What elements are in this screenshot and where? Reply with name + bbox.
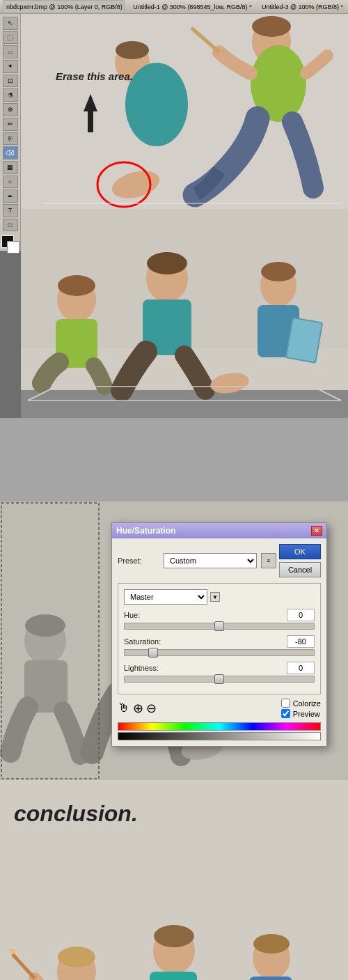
clone-tool-icon[interactable]: ⎘ bbox=[3, 132, 18, 146]
ok-button[interactable]: OK bbox=[279, 544, 321, 559]
dodge-tool-icon[interactable]: ○ bbox=[3, 176, 18, 189]
channel-box: Master ▼ Hue: Satu bbox=[118, 583, 321, 694]
pen-tool-icon[interactable]: ✒ bbox=[3, 189, 18, 203]
move-tool-icon[interactable]: ↖ bbox=[3, 17, 18, 30]
ps-toolbar: ↖ ⬚ ⌓ ✦ ⊡ ⚗ ⊕ ✏ ⎘ ⌫ ▦ ○ ✒ T □ bbox=[0, 14, 21, 251]
hue-label: Hue: bbox=[124, 611, 140, 619]
svg-point-56 bbox=[154, 925, 194, 947]
svg-point-25 bbox=[261, 262, 296, 281]
channel-select[interactable]: Master bbox=[124, 589, 207, 605]
dialog-title: Hue/Saturation bbox=[116, 526, 175, 536]
svg-point-18 bbox=[58, 275, 95, 296]
tab-3[interactable]: Untitled-3 @ 100% (RGB/8) * bbox=[259, 3, 345, 10]
eyedropper-icon-2[interactable]: ⊕ bbox=[133, 701, 143, 716]
lightness-value-input[interactable] bbox=[287, 662, 315, 674]
heal-tool-icon[interactable]: ⊕ bbox=[3, 103, 18, 116]
photo-1: Erase this area. bbox=[21, 14, 348, 209]
preview-row: Preview bbox=[281, 709, 321, 718]
hue-saturation-dialog: Hue/Saturation ✕ Preset: Custom ≡ OK bbox=[111, 522, 327, 747]
marquee-tool-icon[interactable]: ⬚ bbox=[3, 31, 18, 45]
svg-rect-57 bbox=[150, 972, 197, 980]
saturation-slider-track[interactable] bbox=[124, 649, 315, 656]
saturation-value-input[interactable] bbox=[287, 635, 315, 648]
hue-value-input[interactable] bbox=[287, 609, 315, 621]
lightness-label: Lightness: bbox=[124, 664, 159, 672]
conclusion-text: conclusion. bbox=[0, 780, 348, 834]
colorize-checkbox[interactable] bbox=[281, 699, 290, 708]
svg-point-51 bbox=[58, 947, 95, 967]
channel-dropdown-icon[interactable]: ▼ bbox=[210, 592, 220, 602]
svg-rect-32 bbox=[0, 418, 348, 501]
svg-rect-61 bbox=[249, 977, 292, 980]
preset-label: Preset: bbox=[118, 557, 159, 565]
ps-canvas-area: Erase this area. bbox=[21, 14, 348, 418]
eraser-tool-icon[interactable]: ⌫ bbox=[3, 146, 18, 160]
tab-1[interactable]: nbdcpxmr.bmp @ 100% (Layer 0, RGB/8) bbox=[3, 0, 125, 13]
svg-rect-12 bbox=[88, 111, 93, 132]
dialog-titlebar: Hue/Saturation ✕ bbox=[112, 523, 326, 538]
dialog-section: Hue/Saturation ✕ Preset: Custom ≡ OK bbox=[0, 501, 348, 780]
channel-select-row: Master ▼ bbox=[124, 589, 315, 605]
crop-tool-icon[interactable]: ⊡ bbox=[3, 75, 18, 88]
svg-point-9 bbox=[125, 63, 188, 146]
photoshop-workspace: nbdcpxmr.bmp @ 100% (Layer 0, RGB/8) Unt… bbox=[0, 0, 348, 418]
preview-label: Preview bbox=[293, 710, 320, 718]
dialog-bottom-row: 🖰 ⊕ ⊖ Colorize Preview bbox=[118, 699, 321, 718]
svg-text:Erase this area.: Erase this area. bbox=[56, 70, 133, 82]
shape-tool-icon[interactable]: □ bbox=[3, 219, 18, 232]
saturation-slider-thumb[interactable] bbox=[148, 648, 158, 658]
saturation-label: Saturation: bbox=[124, 637, 161, 646]
svg-point-36 bbox=[25, 614, 65, 637]
svg-point-21 bbox=[147, 252, 187, 274]
dialog-buttons: OK Cancel bbox=[279, 544, 321, 577]
preset-menu-icon[interactable]: ≡ bbox=[261, 553, 276, 568]
eyedropper-icon-3[interactable]: ⊖ bbox=[146, 701, 157, 716]
rainbow-bar-bottom bbox=[118, 732, 321, 740]
middle-gray-section bbox=[0, 418, 348, 501]
conclusion-section: conclusion. 思缘设计论坛 www.missvuan.com bbox=[0, 780, 348, 980]
dialog-close-button[interactable]: ✕ bbox=[311, 526, 322, 536]
lightness-slider-thumb[interactable] bbox=[214, 674, 224, 684]
tab-2[interactable]: Untitled-1 @ 300% (898545_low, RGB/8) * bbox=[130, 3, 253, 10]
gradient-tool-icon[interactable]: ▦ bbox=[3, 161, 18, 174]
cancel-button[interactable]: Cancel bbox=[279, 562, 321, 577]
brush-tool-icon[interactable]: ✏ bbox=[3, 118, 18, 131]
magic-wand-icon[interactable]: ✦ bbox=[3, 60, 18, 73]
colorize-row: Colorize bbox=[281, 699, 321, 708]
eyedrop-tool-icon[interactable]: ⚗ bbox=[3, 88, 18, 102]
svg-point-8 bbox=[116, 41, 149, 59]
svg-point-60 bbox=[253, 934, 290, 954]
preview-checkbox[interactable] bbox=[281, 709, 290, 718]
hue-slider-track[interactable] bbox=[124, 623, 315, 630]
hue-slider-thumb[interactable] bbox=[214, 621, 224, 631]
rainbow-bars bbox=[118, 722, 321, 740]
eyedropper-icons: 🖰 ⊕ ⊖ bbox=[118, 701, 157, 716]
photo-2-svg bbox=[21, 209, 348, 404]
preset-select[interactable]: Custom bbox=[164, 553, 257, 568]
middle-svg bbox=[0, 418, 348, 501]
eyedropper-icon-1[interactable]: 🖰 bbox=[118, 701, 130, 716]
color-selector[interactable] bbox=[1, 235, 19, 251]
photo-bg-svg: Erase this area. bbox=[21, 14, 348, 209]
saturation-slider-container: Saturation: bbox=[124, 635, 315, 656]
ps-titlebar: nbdcpxmr.bmp @ 100% (Layer 0, RGB/8) Unt… bbox=[0, 0, 348, 14]
lasso-tool-icon[interactable]: ⌓ bbox=[3, 45, 18, 59]
hue-slider-container: Hue: bbox=[124, 609, 315, 630]
lightness-slider-track[interactable] bbox=[124, 676, 315, 683]
colorize-label: Colorize bbox=[293, 699, 321, 708]
lightness-slider-container: Lightness: bbox=[124, 662, 315, 683]
rainbow-bar-top bbox=[118, 722, 321, 731]
text-tool-icon[interactable]: T bbox=[3, 204, 18, 217]
dialog-content: Preset: Custom ≡ OK Cancel Master bbox=[112, 538, 326, 746]
svg-point-3 bbox=[252, 16, 291, 37]
